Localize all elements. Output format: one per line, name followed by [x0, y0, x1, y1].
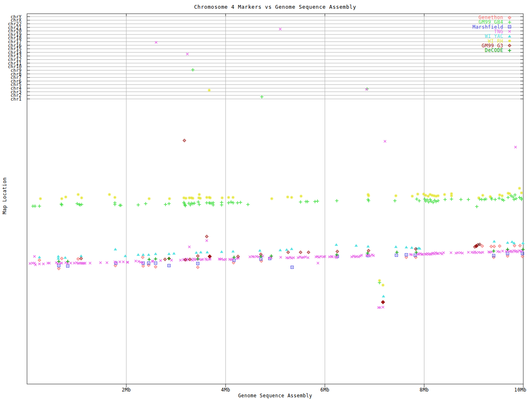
y-axis-chromosome-label: chr1: [11, 97, 22, 101]
x-axis-tick-label: 4Mb: [213, 387, 238, 393]
chromosome-axis-labels: chrYchrXchr22chr21chr20chr19chr18chr17ch…: [0, 0, 24, 125]
plot-area: [0, 0, 532, 399]
chromosome-map-chart: Chromosome 4 Markers vs Genome Sequence …: [0, 0, 532, 399]
x-axis-label: Genome Sequence Assembly: [27, 393, 523, 399]
series-gb4: [31, 68, 523, 284]
x-axis-tick-label: 6Mb: [313, 387, 337, 393]
series-yac: [38, 240, 525, 297]
x-axis-tick-label: 8Mb: [412, 387, 437, 393]
series-g3: [80, 139, 481, 304]
x-axis-tick-label: 2Mb: [114, 387, 139, 393]
series-marshfield: [57, 252, 524, 268]
series-tng: [29, 28, 524, 309]
x-axis-tick-label: 10Mb: [508, 387, 532, 393]
